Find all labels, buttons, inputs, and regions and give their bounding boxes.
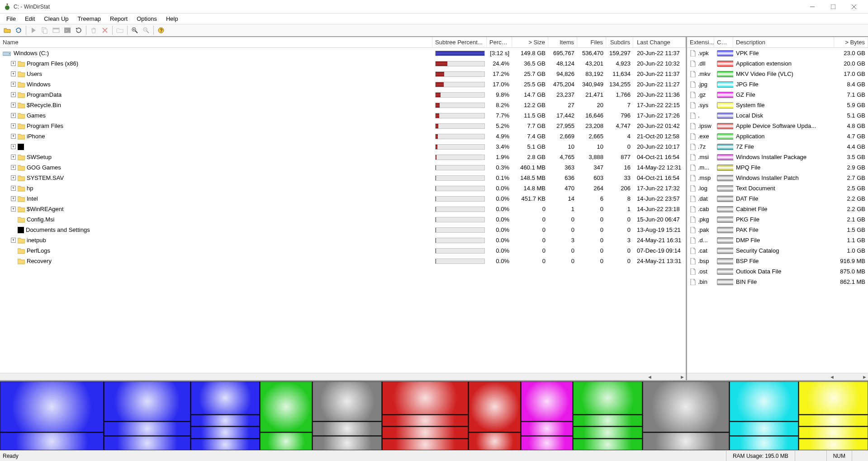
ext-row[interactable]: .pkgPKG File2.1 GB xyxy=(687,214,868,225)
ext-row[interactable]: .ipswApple Device Software Upda...4.8 GB xyxy=(687,121,868,131)
menu-help[interactable]: Help xyxy=(161,14,183,23)
ext-row[interactable]: .sysSystem file5.9 GB xyxy=(687,100,868,110)
refresh-all-button[interactable] xyxy=(13,25,24,36)
col-percentage[interactable]: Perce... xyxy=(487,37,512,47)
tree-row[interactable]: Documents and Settings0.0%000013-Aug-19 … xyxy=(0,225,686,235)
ext-row[interactable]: .cabCabinet File2.2 GB xyxy=(687,204,868,214)
ext-row[interactable]: .mkvMKV Video File (VLC)17.0 GB xyxy=(687,69,868,79)
expand-icon[interactable]: + xyxy=(11,113,16,118)
expand-icon[interactable]: + xyxy=(11,144,16,149)
tree-row[interactable]: +Program Files5.2%7.7 GB27,95523,2084,74… xyxy=(0,121,686,131)
delete-button[interactable] xyxy=(100,25,110,36)
col-files[interactable]: Files xyxy=(577,37,606,47)
ext-row[interactable]: .jpgJPG File8.4 GB xyxy=(687,79,868,89)
tree-row[interactable]: +Games7.7%11.5 GB17,44216,64679617-Jun-2… xyxy=(0,110,686,121)
col-bytes[interactable]: > Bytes xyxy=(834,37,868,47)
menu-clean-up[interactable]: Clean Up xyxy=(39,14,73,23)
expand-icon[interactable]: + xyxy=(11,61,16,66)
hscroll-left[interactable]: ◄ ► xyxy=(0,373,686,380)
ext-row[interactable]: .m...MPQ File2.9 GB xyxy=(687,162,868,173)
tree-row[interactable]: +Program Files (x86)24.4%36.5 GB48,12443… xyxy=(0,58,686,69)
tree-row[interactable]: Config.Msi0.0%000015-Jun-20 06:47 xyxy=(0,214,686,225)
play-button[interactable] xyxy=(28,25,39,36)
svg-point-0 xyxy=(5,5,9,10)
ext-row[interactable]: .exeApplication4.7 GB xyxy=(687,131,868,141)
treemap-view[interactable] xyxy=(0,380,868,450)
ext-row[interactable]: .pakPAK File1.5 GB xyxy=(687,225,868,235)
tree-row[interactable]: +$Recycle.Bin8.2%12.2 GB2720717-Jun-22 2… xyxy=(0,100,686,110)
tree-row[interactable]: +iPhone4.9%7.4 GB2,6692,665421-Oct-20 12… xyxy=(0,131,686,141)
col-color[interactable]: Col... xyxy=(714,37,733,47)
menu-options[interactable]: Options xyxy=(132,14,161,23)
expand-icon[interactable]: + xyxy=(11,134,16,139)
ext-row[interactable]: .ostOutlook Data File875.0 MB xyxy=(687,266,868,277)
tree-row[interactable]: +Users17.2%25.7 GB94,82683,19211,63420-J… xyxy=(0,69,686,79)
expand-icon[interactable]: + xyxy=(11,207,16,212)
expand-icon[interactable]: + xyxy=(11,175,16,180)
refresh-selected-button[interactable] xyxy=(73,25,84,36)
col-lastchange[interactable]: Last Change xyxy=(633,37,686,47)
ext-row[interactable]: .binBIN File862.1 MB xyxy=(687,277,868,287)
ext-row[interactable]: .msiWindows Installer Package3.5 GB xyxy=(687,152,868,162)
tree-row[interactable]: +ProgramData9.8%14.7 GB23,23721,4711,766… xyxy=(0,89,686,100)
close-button[interactable] xyxy=(844,0,864,14)
tree-row[interactable]: +hp0.0%14.8 MB47026420617-Jun-22 17:32 xyxy=(0,183,686,193)
menu-edit[interactable]: Edit xyxy=(20,14,39,23)
cmd-button[interactable]: >_ xyxy=(62,25,73,36)
ext-row[interactable]: .logText Document2.5 GB xyxy=(687,183,868,193)
tree-row[interactable]: PerfLogs0.0%000007-Dec-19 09:14 xyxy=(0,245,686,256)
hscroll-right[interactable]: ◄ ► xyxy=(687,373,868,380)
col-description[interactable]: Description xyxy=(733,37,834,47)
zoom-in-button[interactable] xyxy=(129,25,140,36)
expand-icon[interactable]: + xyxy=(11,186,16,191)
ext-row[interactable]: .bspBSP File916.9 MB xyxy=(687,256,868,266)
col-name[interactable]: Name xyxy=(0,37,432,47)
tree-row[interactable]: +SYSTEM.SAV0.1%148.5 MB6366033304-Oct-21… xyxy=(0,173,686,183)
expand-icon[interactable]: + xyxy=(11,123,16,128)
ext-row[interactable]: .catSecurity Catalog1.0 GB xyxy=(687,245,868,256)
ext-row[interactable]: .datDAT File2.2 GB xyxy=(687,193,868,204)
expand-icon[interactable]: + xyxy=(11,196,16,201)
explorer-button[interactable] xyxy=(51,25,62,36)
expand-icon[interactable]: + xyxy=(11,238,16,243)
tree-row-root[interactable]: Windows (C:)[3:12 s]149.8 GB695,767536,4… xyxy=(0,48,686,58)
tree-row[interactable]: +Intel0.0%451.7 KB146814-Jun-22 23:57 xyxy=(0,193,686,204)
menu-report[interactable]: Report xyxy=(105,14,132,23)
expand-icon[interactable]: + xyxy=(11,71,16,76)
expand-icon[interactable]: + xyxy=(11,82,16,87)
expand-icon[interactable]: + xyxy=(11,165,16,170)
col-items[interactable]: Items xyxy=(548,37,577,47)
zoom-out-button[interactable] xyxy=(141,25,152,36)
col-subtree[interactable]: Subtree Percent... xyxy=(432,37,487,47)
col-extension[interactable]: Extensi... xyxy=(687,37,714,47)
copy-button[interactable] xyxy=(39,25,50,36)
show-folder-button[interactable] xyxy=(114,25,125,36)
tree-row[interactable]: +Windows17.0%25.5 GB475,204340,949134,25… xyxy=(0,79,686,89)
col-size[interactable]: > Size xyxy=(512,37,548,47)
tree-row[interactable]: +3.4%5.1 GB1010020-Jun-22 10:17 xyxy=(0,141,686,152)
open-button[interactable] xyxy=(2,25,13,36)
ext-description: JPG File xyxy=(733,81,834,88)
tree-row[interactable]: Recovery0.0%000024-May-21 13:31 xyxy=(0,256,686,266)
ext-row[interactable]: .Local Disk5.1 GB xyxy=(687,110,868,121)
expand-icon[interactable]: + xyxy=(11,155,16,160)
expand-icon[interactable]: + xyxy=(11,103,16,108)
menu-file[interactable]: File xyxy=(2,14,20,23)
ext-row[interactable]: .7z7Z File4.4 GB xyxy=(687,141,868,152)
menu-treemap[interactable]: Treemap xyxy=(73,14,106,23)
help-button[interactable]: ? xyxy=(156,25,166,36)
tree-row[interactable]: +GOG Games0.3%460.1 MB3633471614-May-22 … xyxy=(0,162,686,173)
maximize-button[interactable] xyxy=(823,0,844,14)
delete-recycle-button[interactable] xyxy=(88,25,99,36)
col-subdirs[interactable]: Subdirs xyxy=(606,37,633,47)
ext-row[interactable]: .mspWindows Installer Patch2.7 GB xyxy=(687,173,868,183)
ext-row[interactable]: .dllApplication extension20.0 GB xyxy=(687,58,868,69)
ext-row[interactable]: .d...DMP File1.1 GB xyxy=(687,235,868,245)
minimize-button[interactable] xyxy=(802,0,823,14)
tree-row[interactable]: +SWSetup1.9%2.8 GB4,7653,88887704-Oct-21… xyxy=(0,152,686,162)
ext-row[interactable]: .vpkVPK File23.0 GB xyxy=(687,48,868,58)
expand-icon[interactable]: + xyxy=(11,92,16,97)
tree-row[interactable]: +$WinREAgent0.0%010114-Jun-22 23:18 xyxy=(0,204,686,214)
tree-row[interactable]: +inetpub0.0%030324-May-21 16:31 xyxy=(0,235,686,245)
ext-row[interactable]: .gzGZ File7.1 GB xyxy=(687,89,868,100)
